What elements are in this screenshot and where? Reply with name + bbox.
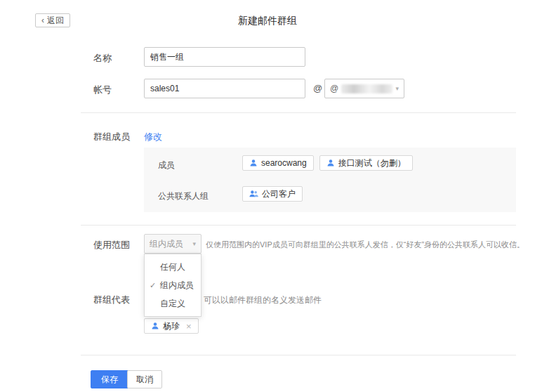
at-symbol: @ <box>313 83 322 93</box>
members-label: 群组成员 <box>93 131 130 143</box>
member-tag-label: searocwang <box>261 158 307 168</box>
domain-select[interactable]: @ ▾ <box>324 79 404 98</box>
contact-group-tag-list: 公司客户 <box>242 186 303 202</box>
person-icon <box>151 322 159 330</box>
scope-option-label: 任何人 <box>160 262 185 272</box>
contact-group-label: 公共联系人组 <box>158 190 209 202</box>
member-tag-list: searocwang 接口测试（勿删） <box>242 155 413 171</box>
cancel-button[interactable]: 取消 <box>127 370 162 388</box>
scope-option-anyone[interactable]: 任何人 <box>145 258 201 276</box>
account-input[interactable] <box>144 79 305 98</box>
modify-members-link[interactable]: 修改 <box>144 131 162 143</box>
members-panel: 成员 searocwang 接口测试（勿删） 公共联系人组 公司客户 <box>144 148 516 212</box>
account-label: 帐号 <box>93 84 112 96</box>
scope-option-group-members[interactable]: ✓ 组内成员 <box>145 276 201 294</box>
representative-tag-label: 杨珍 <box>163 320 180 332</box>
member-row-label: 成员 <box>158 159 175 171</box>
page-title: 新建邮件群组 <box>0 15 535 27</box>
representative-tag: 杨珍 × <box>144 318 199 334</box>
name-input[interactable] <box>144 47 305 67</box>
divider <box>81 225 516 226</box>
contact-group-tag: 公司客户 <box>242 186 303 202</box>
divider <box>81 112 516 113</box>
scope-option-label: 自定义 <box>160 299 185 308</box>
representative-label: 群组代表 <box>93 294 130 306</box>
scope-select[interactable]: 组内成员 ▾ <box>144 234 202 254</box>
domain-at-prefix: @ <box>330 84 338 93</box>
check-icon: ✓ <box>150 276 156 294</box>
person-icon <box>249 159 258 167</box>
remove-icon[interactable]: × <box>186 321 192 332</box>
member-tag-label: 接口测试（勿删） <box>338 157 406 169</box>
chevron-down-icon: ▾ <box>192 241 196 247</box>
member-tag: 接口测试（勿删） <box>319 155 413 171</box>
save-button[interactable]: 保存 <box>91 370 128 388</box>
scope-option-label: 组内成员 <box>160 280 194 290</box>
member-tag: searocwang <box>242 155 314 171</box>
person-icon <box>326 159 335 167</box>
name-label: 名称 <box>93 52 112 65</box>
scope-hint-text: 仅使用范围内的VIP成员可向群组里的公共联系人发信，仅“好友”身份的公共联系人可… <box>206 240 524 250</box>
group-icon <box>249 190 258 198</box>
chevron-down-icon: ▾ <box>395 86 399 92</box>
divider <box>81 355 516 355</box>
contact-group-tag-label: 公司客户 <box>262 188 296 200</box>
scope-label: 使用范围 <box>93 239 130 251</box>
scope-selected-value: 组内成员 <box>150 238 183 250</box>
scope-option-custom[interactable]: 自定义 <box>145 294 201 313</box>
scope-dropdown: 任何人 ✓ 组内成员 自定义 <box>144 254 202 317</box>
redacted-domain <box>341 84 392 93</box>
new-mail-group-page: ‹ 返回 新建邮件群组 名称 帐号 @ @ ▾ 群组成员 修改 成员 searo… <box>0 0 535 392</box>
representative-hint-text: 可以以邮件群组的名义发送邮件 <box>204 294 322 306</box>
